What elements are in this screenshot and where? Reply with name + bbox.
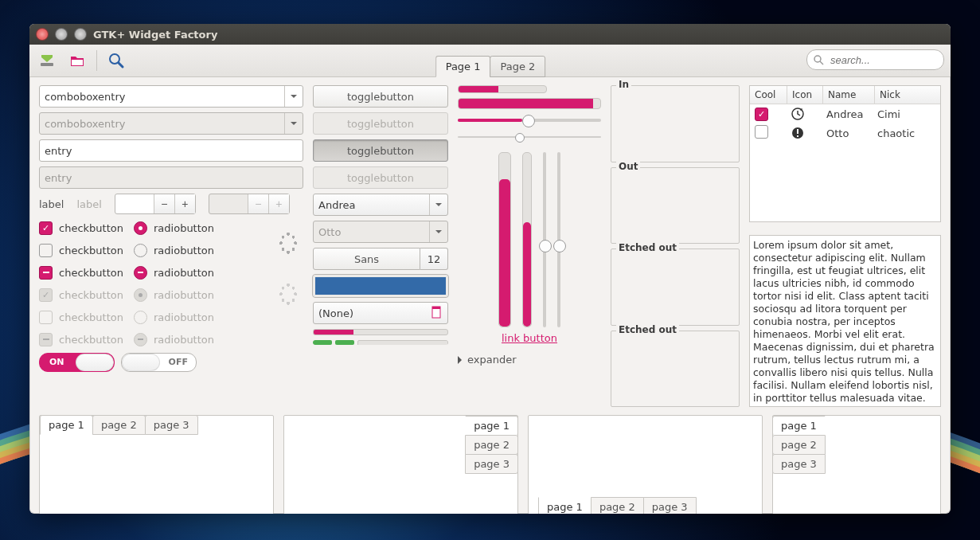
togglebutton-1[interactable]: togglebutton: [313, 85, 448, 108]
chevron-down-icon[interactable]: [429, 194, 447, 215]
frame-out: Out: [611, 167, 740, 245]
expander-label: expander: [467, 354, 517, 366]
save-icon: [38, 52, 56, 69]
combobox-value: comboboxentry: [45, 118, 125, 130]
column-entries: comboboxentry comboboxentry entry entry …: [39, 85, 303, 407]
switch-on[interactable]: ON: [39, 353, 115, 372]
application-window: GTK+ Widget Factory Page 1 Page 2 combob…: [29, 24, 951, 514]
checkbutton-disabled: [39, 288, 53, 302]
tab-page-2[interactable]: Page 2: [490, 56, 546, 77]
svg-rect-10: [797, 129, 798, 134]
maximize-icon[interactable]: [74, 28, 87, 41]
spin-plus-button[interactable]: +: [174, 194, 195, 213]
file-label: (None): [318, 307, 353, 319]
treeview[interactable]: Cool Icon Name Nick Andrea Cimi Otto cha…: [749, 85, 941, 222]
nb-tab[interactable]: page 1: [40, 415, 93, 435]
nb-tab[interactable]: page 2: [772, 435, 826, 455]
nb-tab[interactable]: page 2: [591, 497, 644, 514]
open-button[interactable]: [66, 49, 88, 72]
scale-horizontal-1[interactable]: [458, 119, 601, 122]
combo-value: Otto: [318, 226, 341, 238]
checkbutton[interactable]: [39, 221, 53, 235]
notebook-tabs-bottom: page 1 page 2 page 3: [528, 415, 763, 514]
nb-tab[interactable]: page 3: [643, 497, 697, 514]
entry-value: entry: [45, 145, 72, 157]
font-size[interactable]: 12: [420, 248, 448, 270]
search-input[interactable]: [806, 49, 944, 70]
notebook-tabs-top: page 1 page 2 page 3: [39, 415, 274, 514]
expander[interactable]: expander: [458, 349, 601, 366]
nb-tab[interactable]: page 1: [465, 416, 518, 436]
entry-1[interactable]: entry: [39, 139, 303, 162]
save-button[interactable]: [36, 49, 58, 72]
chevron-down-icon: [284, 113, 303, 134]
frame-etched-2: Etched out: [611, 331, 740, 408]
column-icon[interactable]: Icon: [787, 86, 823, 104]
toolbar-separator: [96, 50, 97, 71]
entry-value: entry: [45, 172, 72, 184]
column-cool[interactable]: Cool: [750, 86, 787, 104]
spin-minus-button[interactable]: −: [154, 194, 174, 213]
scale-vertical-1[interactable]: [543, 152, 546, 327]
radiobutton-disabled: [134, 311, 147, 324]
column-name[interactable]: Name: [823, 86, 875, 104]
textview[interactable]: Lorem ipsum dolor sit amet, consectetur …: [749, 235, 941, 407]
table-row[interactable]: Otto chaotic: [750, 123, 940, 143]
window-titlebar[interactable]: GTK+ Widget Factory: [29, 24, 951, 45]
font-button[interactable]: Sans 12: [313, 248, 448, 270]
radiobutton[interactable]: [134, 244, 147, 257]
comboboxentry-1[interactable]: comboboxentry: [39, 85, 303, 108]
minimize-icon[interactable]: [55, 28, 68, 41]
link-button[interactable]: link button: [458, 332, 601, 344]
row-name: Andrea: [822, 108, 873, 120]
svg-rect-11: [797, 135, 798, 137]
checkbutton[interactable]: [39, 244, 53, 257]
progressbar-wide: [458, 98, 601, 109]
tab-page-1[interactable]: Page 1: [435, 56, 491, 77]
nb-tab[interactable]: page 3: [145, 415, 198, 435]
spinbutton-2-disabled: − +: [209, 194, 290, 214]
checkrow-2: checkbutton radiobutton: [39, 241, 303, 259]
nb-tab[interactable]: page 3: [772, 454, 826, 474]
column-treeview: Cool Icon Name Nick Andrea Cimi Otto cha…: [749, 85, 941, 407]
levelbar-segmented: [313, 340, 448, 345]
column-nick[interactable]: Nick: [875, 86, 940, 104]
radiobutton[interactable]: [134, 221, 147, 235]
svg-line-3: [119, 63, 123, 67]
nb-tab[interactable]: page 3: [465, 454, 518, 474]
checkbutton[interactable]: [39, 266, 53, 280]
togglebutton-3-active[interactable]: togglebutton: [313, 139, 448, 162]
scale-vertical-2[interactable]: [557, 152, 560, 327]
filechooser-button[interactable]: (None): [313, 302, 448, 324]
search-icon: [107, 52, 125, 69]
nb-tab[interactable]: page 1: [538, 497, 592, 514]
column-scales: link button expander: [458, 85, 601, 407]
page-switcher: Page 1 Page 2: [435, 56, 545, 77]
togglebutton-2-disabled: togglebutton: [313, 112, 448, 135]
search-field[interactable]: [829, 53, 923, 67]
spinbutton-1[interactable]: − +: [115, 194, 196, 214]
scale-horizontal-2[interactable]: [458, 136, 601, 138]
nb-tab[interactable]: page 2: [92, 415, 146, 435]
color-button[interactable]: [313, 275, 448, 297]
radiobutton-disabled: [134, 288, 147, 302]
row-nick: Cimi: [873, 108, 905, 120]
window-title: GTK+ Widget Factory: [93, 29, 217, 41]
chevron-down-icon[interactable]: [284, 86, 303, 107]
search-button[interactable]: [105, 49, 127, 72]
treeview-header: Cool Icon Name Nick: [750, 86, 940, 104]
table-row[interactable]: Andrea Cimi: [750, 104, 940, 123]
radiobutton[interactable]: [134, 266, 147, 280]
notebooks-row: page 1 page 2 page 3 page 1 page 2 page …: [29, 407, 951, 514]
warning-icon: [791, 127, 804, 139]
notebook-tabs-left: page 1 page 2 page 3: [772, 415, 941, 514]
nb-tab[interactable]: page 1: [772, 416, 826, 436]
combo-value: Andrea: [318, 199, 355, 211]
close-icon[interactable]: [36, 28, 49, 41]
switch-off[interactable]: OFF: [121, 353, 197, 372]
combo-andrea[interactable]: Andrea: [313, 194, 448, 216]
nb-tab[interactable]: page 2: [465, 435, 518, 455]
row-check[interactable]: [755, 108, 768, 121]
row-check[interactable]: [755, 125, 768, 139]
font-name[interactable]: Sans: [313, 248, 420, 270]
